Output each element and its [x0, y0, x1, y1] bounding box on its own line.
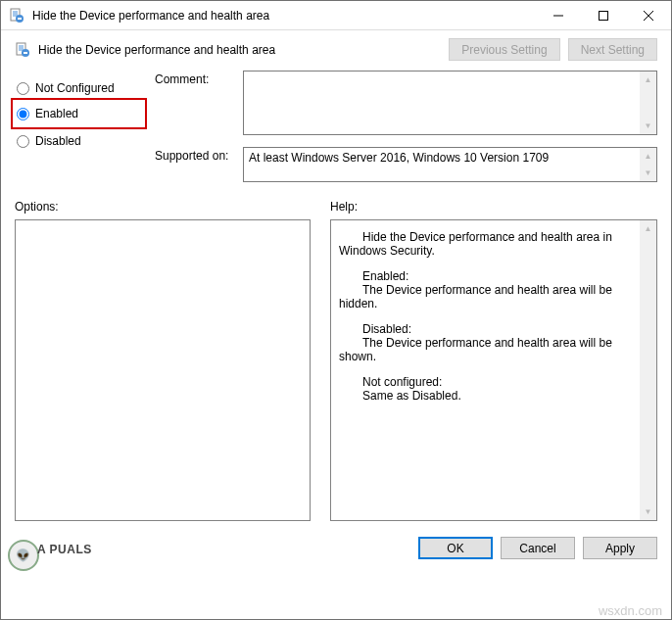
- policy-icon: [9, 8, 24, 24]
- help-pane: Hide the Device performance and health a…: [330, 219, 657, 521]
- help-text: Disabled:: [339, 322, 633, 336]
- radio-input-enabled[interactable]: [17, 108, 29, 120]
- radio-label: Disabled: [35, 134, 81, 148]
- footer-buttons: OK Cancel Apply: [1, 527, 671, 569]
- comment-label: Comment:: [155, 71, 233, 135]
- svg-rect-6: [24, 52, 27, 54]
- apply-button[interactable]: Apply: [583, 537, 657, 559]
- scrollbar[interactable]: ▲ ▼: [640, 148, 656, 181]
- policy-icon: [15, 42, 30, 58]
- close-button[interactable]: [626, 1, 671, 30]
- maximize-button[interactable]: [581, 1, 626, 30]
- svg-rect-2: [18, 18, 22, 20]
- highlight-box: Enabled: [11, 98, 147, 129]
- scrollbar[interactable]: ▲ ▼: [640, 220, 656, 520]
- scroll-up-icon[interactable]: ▲: [640, 148, 656, 165]
- radio-disabled[interactable]: Disabled: [15, 129, 147, 153]
- scroll-up-icon[interactable]: ▲: [640, 72, 656, 88]
- supported-value: At least Windows Server 2016, Windows 10…: [249, 151, 549, 165]
- radio-input-not-configured[interactable]: [17, 82, 29, 95]
- watermark-wsxdn: wsxdn.com: [599, 603, 662, 618]
- help-text: Hide the Device performance and health a…: [339, 230, 633, 258]
- scroll-down-icon[interactable]: ▼: [640, 118, 656, 134]
- policy-title: Hide the Device performance and health a…: [38, 43, 441, 57]
- scroll-down-icon[interactable]: ▼: [640, 165, 656, 181]
- help-text: The Device performance and health area w…: [339, 336, 633, 363]
- svg-rect-3: [600, 11, 608, 20]
- policy-header: Hide the Device performance and health a…: [1, 30, 671, 63]
- radio-input-disabled[interactable]: [17, 135, 29, 148]
- radio-label: Enabled: [35, 107, 78, 120]
- next-setting-button[interactable]: Next Setting: [568, 38, 657, 61]
- supported-textbox: At least Windows Server 2016, Windows 10…: [243, 147, 657, 182]
- comment-textbox[interactable]: ▲ ▼: [243, 71, 657, 135]
- titlebar: Hide the Device performance and health a…: [1, 1, 671, 30]
- previous-setting-button[interactable]: Previous Setting: [449, 38, 559, 61]
- options-label: Options:: [15, 200, 311, 214]
- options-pane: [15, 219, 311, 521]
- help-text: Not configured:: [339, 375, 633, 389]
- ok-button[interactable]: OK: [418, 537, 493, 559]
- radio-enabled[interactable]: Enabled: [15, 102, 120, 125]
- help-text: Same as Disabled.: [339, 389, 633, 403]
- watermark-appuals: 👽A PUALS: [8, 531, 92, 571]
- minimize-button[interactable]: [536, 1, 581, 30]
- window-title: Hide the Device performance and health a…: [32, 9, 536, 23]
- cancel-button[interactable]: Cancel: [501, 537, 575, 559]
- radio-not-configured[interactable]: Not Configured: [15, 76, 147, 100]
- help-text: The Device performance and health area w…: [339, 283, 633, 310]
- supported-label: Supported on:: [155, 147, 233, 182]
- scrollbar[interactable]: ▲ ▼: [640, 72, 656, 134]
- scroll-up-icon[interactable]: ▲: [640, 220, 656, 237]
- help-text: Enabled:: [339, 269, 633, 283]
- scroll-down-icon[interactable]: ▼: [640, 503, 656, 520]
- help-label: Help:: [330, 200, 657, 214]
- radio-label: Not Configured: [35, 81, 115, 95]
